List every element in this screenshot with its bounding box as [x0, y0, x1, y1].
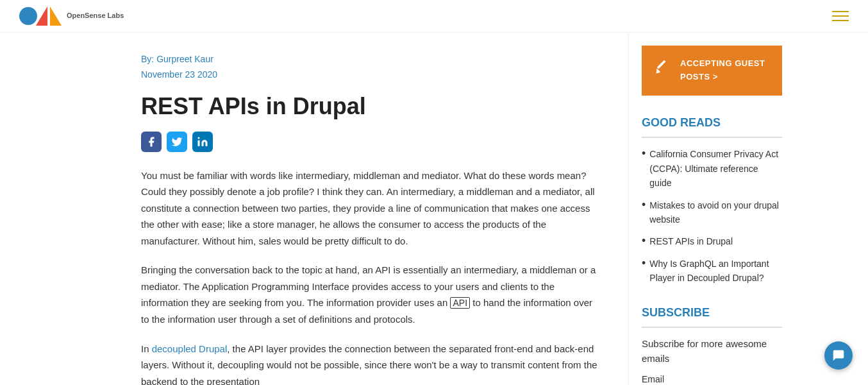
subscribe-title: SUBSCRIBE [642, 304, 782, 329]
main-layout: By: Gurpreet Kaur November 23 2020 REST … [0, 33, 868, 385]
linkedin-share-button[interactable] [192, 132, 213, 152]
article-paragraph-2: Bringing the conversation back to the to… [141, 262, 603, 327]
chat-bubble-button[interactable] [824, 341, 853, 370]
site-header: OpenSense Labs [0, 0, 868, 33]
api-highlight: API [450, 297, 470, 309]
logo-triangle-yellow [50, 6, 62, 26]
good-reads-link-1[interactable]: California Consumer Privacy Act (CCPA): … [649, 147, 782, 190]
decoupled-drupal-link[interactable]: decoupled Drupal [152, 343, 228, 354]
hamburger-line-1 [832, 11, 849, 12]
date-line: November 23 2020 [141, 67, 603, 81]
good-reads-item-1: California Consumer Privacy Act (CCPA): … [642, 147, 782, 190]
hamburger-menu[interactable] [832, 11, 849, 21]
twitter-icon [171, 136, 183, 148]
hamburger-line-3 [832, 20, 849, 21]
good-reads-title: GOOD READS [642, 114, 782, 139]
guest-post-label: ACCEPTING GUEST POSTS > [680, 57, 769, 84]
social-icons [141, 132, 603, 152]
good-reads-link-2[interactable]: Mistakes to avoid on your drupal website [649, 198, 782, 227]
logo-triangle-red [36, 6, 47, 26]
good-reads-link-3[interactable]: REST APIs in Drupal [649, 234, 733, 248]
email-label: Email [642, 372, 782, 385]
good-reads-list: California Consumer Privacy Act (CCPA): … [642, 147, 782, 285]
logo-icon [19, 6, 62, 26]
article-paragraph-1: You must be familiar with words like int… [141, 167, 603, 250]
good-reads-item-3: REST APIs in Drupal [642, 234, 782, 248]
article-body: You must be familiar with words like int… [141, 167, 603, 385]
good-reads-link-4[interactable]: Why Is GraphQL an Important Player in De… [649, 257, 782, 286]
good-reads-item-4: Why Is GraphQL an Important Player in De… [642, 257, 782, 286]
sidebar: ACCEPTING GUEST POSTS > GOOD READS Calif… [628, 33, 795, 385]
pencil-icon [655, 58, 672, 83]
author-name: Gurpreet Kaur [156, 54, 213, 64]
content-area: By: Gurpreet Kaur November 23 2020 REST … [0, 33, 628, 385]
author-prefix: By: [141, 54, 154, 64]
twitter-share-button[interactable] [167, 132, 187, 152]
article-title: REST APIs in Drupal [141, 92, 603, 120]
logo-circle [19, 7, 37, 25]
linkedin-icon [197, 136, 208, 148]
pencil-svg [655, 58, 672, 76]
facebook-share-button[interactable] [141, 132, 162, 152]
article-paragraph-3: In decoupled Drupal, the API layer provi… [141, 341, 603, 385]
good-reads-item-2: Mistakes to avoid on your drupal website [642, 198, 782, 227]
chat-icon [831, 348, 846, 363]
subscribe-text: Subscribe for more awesome emails [642, 337, 782, 366]
author-line: By: Gurpreet Kaur [141, 52, 603, 66]
logo-area[interactable]: OpenSense Labs [19, 6, 124, 26]
logo-text: OpenSense Labs [67, 12, 124, 20]
facebook-icon [146, 136, 157, 148]
guest-post-button[interactable]: ACCEPTING GUEST POSTS > [642, 46, 782, 96]
hamburger-line-2 [832, 15, 849, 17]
svg-point-0 [198, 137, 200, 139]
svg-rect-1 [657, 60, 666, 69]
